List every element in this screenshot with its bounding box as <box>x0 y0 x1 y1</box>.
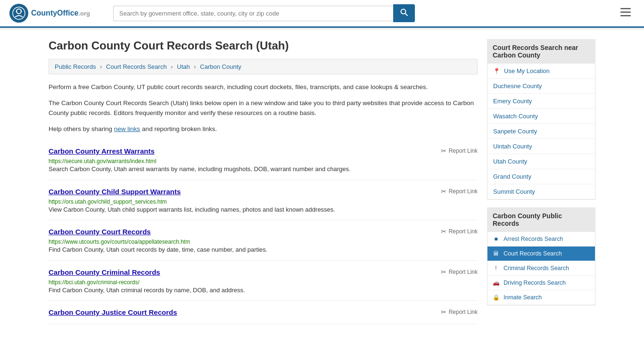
list-item: 🏛 Court Records Search <box>487 247 595 261</box>
record-url[interactable]: https://ors.utah.gov/child_support_servi… <box>49 198 167 205</box>
report-icon: ✂ <box>441 188 446 195</box>
breadcrumb: Public Records › Court Records Search › … <box>49 59 478 74</box>
record-title[interactable]: Carbon County Criminal Records <box>49 268 160 276</box>
report-link[interactable]: ✂ Report Link <box>441 308 478 316</box>
record-header: Carbon County Child Support Warrants ✂ R… <box>49 188 478 196</box>
nearby-section-title: Court Records Search near Carbon County <box>487 39 595 64</box>
list-item: Sanpete County <box>487 124 595 139</box>
search-container <box>113 4 415 22</box>
criminal-records-icon: ! <box>492 265 500 272</box>
list-item: ! Criminal Records Search <box>487 261 595 276</box>
record-title[interactable]: Carbon County Arrest Warrants <box>49 147 155 155</box>
menu-button[interactable] <box>617 5 635 21</box>
record-description: View Carbon County, Utah child support w… <box>49 205 478 214</box>
sidebar-sanpete-county[interactable]: Sanpete County <box>487 124 595 139</box>
breadcrumb-court-records[interactable]: Court Records Search <box>106 63 167 70</box>
search-input[interactable] <box>113 6 393 21</box>
record-title[interactable]: Carbon County Justice Court Records <box>49 308 177 316</box>
report-icon: ✂ <box>441 268 446 276</box>
list-item: 🚗 Driving Records Search <box>487 276 595 290</box>
svg-rect-8 <box>620 15 631 16</box>
sidebar-grand-county[interactable]: Grand County <box>487 169 595 184</box>
driving-records-icon: 🚗 <box>492 280 500 286</box>
sidebar-wasatch-county[interactable]: Wasatch County <box>487 109 595 123</box>
nearby-counties-list: 📍 Use My Location Duchesne County Emery … <box>487 64 595 200</box>
record-item: Carbon County Criminal Records ✂ Report … <box>49 261 478 301</box>
location-pin-icon: 📍 <box>493 68 500 74</box>
record-title[interactable]: Carbon County Court Records <box>49 228 151 236</box>
record-header: Carbon County Criminal Records ✂ Report … <box>49 268 478 276</box>
court-records-icon: 🏛 <box>492 250 500 257</box>
report-icon: ✂ <box>441 147 446 155</box>
report-link[interactable]: ✂ Report Link <box>441 268 478 276</box>
use-my-location-link[interactable]: 📍 Use My Location <box>487 64 595 78</box>
arrest-records-icon: ■ <box>492 236 500 242</box>
list-item: Summit County <box>487 184 595 199</box>
list-item: ■ Arrest Records Search <box>487 232 595 247</box>
record-url[interactable]: https://secure.utah.gov/warrants/index.h… <box>49 158 157 165</box>
record-title[interactable]: Carbon County Child Support Warrants <box>49 188 181 196</box>
svg-point-3 <box>21 11 22 12</box>
sidebar-criminal-records[interactable]: ! Criminal Records Search <box>487 261 595 275</box>
record-url[interactable]: https://www.utcourts.gov/courts/coa/appe… <box>49 239 190 245</box>
sidebar-court-records[interactable]: 🏛 Court Records Search <box>487 247 595 261</box>
site-logo[interactable]: CountyOffice.org <box>9 4 104 23</box>
new-links-link[interactable]: new links <box>114 125 140 132</box>
report-link[interactable]: ✂ Report Link <box>441 228 478 235</box>
report-icon: ✂ <box>441 228 446 235</box>
record-description: Search Carbon County, Utah arrest warran… <box>49 165 478 174</box>
svg-rect-7 <box>620 12 631 13</box>
site-header: CountyOffice.org <box>0 0 644 28</box>
public-records-section-title: Carbon County Public Records <box>487 207 595 232</box>
list-item: Utah County <box>487 154 595 169</box>
record-item: Carbon County Justice Court Records ✂ Re… <box>49 301 478 324</box>
inmate-search-icon: 🔒 <box>492 294 500 301</box>
breadcrumb-public-records[interactable]: Public Records <box>55 63 96 70</box>
record-header: Carbon County Court Records ✂ Report Lin… <box>49 228 478 236</box>
list-item: Emery County <box>487 94 595 109</box>
logo-icon <box>9 4 28 23</box>
list-item: 📍 Use My Location <box>487 64 595 79</box>
svg-point-2 <box>16 11 17 12</box>
list-item: 🔒 Inmate Search <box>487 290 595 305</box>
sidebar-arrest-records[interactable]: ■ Arrest Records Search <box>487 232 595 246</box>
record-description: Find Carbon County, Utah court records b… <box>49 245 478 255</box>
record-item: Carbon County Court Records ✂ Report Lin… <box>49 220 478 261</box>
sidebar-emery-county[interactable]: Emery County <box>487 94 595 108</box>
record-header: Carbon County Justice Court Records ✂ Re… <box>49 308 478 316</box>
svg-rect-6 <box>620 8 631 9</box>
report-link[interactable]: ✂ Report Link <box>441 147 478 155</box>
sidebar-duchesne-county[interactable]: Duchesne County <box>487 79 595 93</box>
sidebar-utah-county[interactable]: Utah County <box>487 154 595 169</box>
breadcrumb-carbon-county[interactable]: Carbon County <box>200 63 241 70</box>
svg-line-5 <box>405 14 408 16</box>
sidebar-inmate-search[interactable]: 🔒 Inmate Search <box>487 290 595 304</box>
breadcrumb-utah[interactable]: Utah <box>177 63 190 70</box>
record-item: Carbon County Arrest Warrants ✂ Report L… <box>49 140 478 180</box>
page-title: Carbon County Court Records Search (Utah… <box>49 39 478 52</box>
sidebar-summit-county[interactable]: Summit County <box>487 184 595 199</box>
list-item: Uintah County <box>487 139 595 154</box>
record-url[interactable]: https://bci.utah.gov/criminal-records/ <box>49 279 140 286</box>
description-2: The Carbon County Court Records Search (… <box>49 98 478 118</box>
report-link[interactable]: ✂ Report Link <box>441 188 478 195</box>
record-description: Find Carbon County, Utah criminal record… <box>49 286 478 295</box>
record-header: Carbon County Arrest Warrants ✂ Report L… <box>49 147 478 155</box>
sidebar: Court Records Search near Carbon County … <box>487 39 595 324</box>
records-list: Carbon County Arrest Warrants ✂ Report L… <box>49 140 478 324</box>
logo-text: CountyOffice.org <box>31 9 90 17</box>
sidebar-driving-records[interactable]: 🚗 Driving Records Search <box>487 276 595 290</box>
list-item: Grand County <box>487 169 595 184</box>
list-item: Duchesne County <box>487 79 595 94</box>
page-container: Carbon County Court Records Search (Utah… <box>39 30 605 334</box>
description-1: Perform a free Carbon County, UT public … <box>49 82 478 92</box>
report-icon: ✂ <box>441 308 446 316</box>
list-item: Wasatch County <box>487 109 595 124</box>
search-button[interactable] <box>393 4 415 22</box>
description-3: Help others by sharing new links and rep… <box>49 124 478 134</box>
main-content: Carbon County Court Records Search (Utah… <box>49 39 478 324</box>
sidebar-uintah-county[interactable]: Uintah County <box>487 139 595 154</box>
public-records-links-list: ■ Arrest Records Search 🏛 Court Records … <box>487 232 595 305</box>
record-item: Carbon County Child Support Warrants ✂ R… <box>49 180 478 221</box>
